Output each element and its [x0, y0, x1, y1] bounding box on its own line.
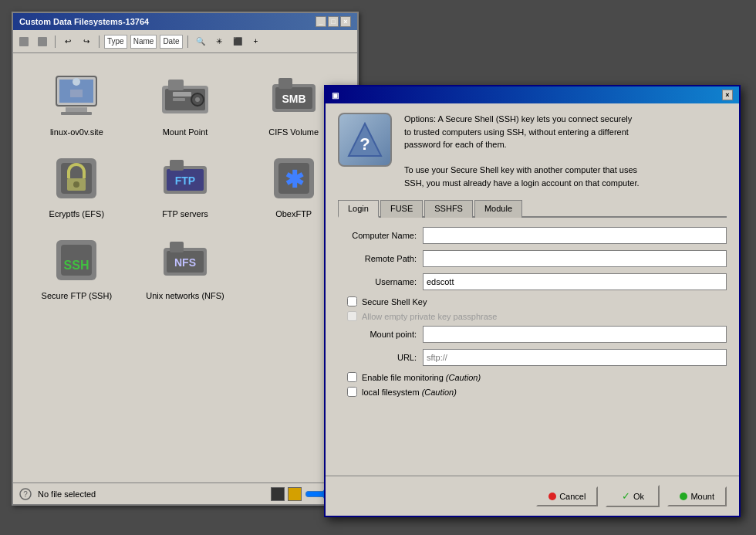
smb-icon: SMB	[268, 70, 320, 123]
mount-point-icon	[159, 70, 211, 123]
svg-rect-0	[19, 37, 29, 46]
tab-fuse[interactable]: FUSE	[380, 200, 423, 218]
username-row: Username: edscott	[338, 273, 727, 290]
remote-path-label: Remote Path:	[338, 254, 423, 263]
cancel-dot	[548, 493, 556, 500]
username-input[interactable]: edscott	[423, 273, 727, 290]
toolbar-forward-button[interactable]: ↪	[79, 34, 94, 49]
svg-text:?: ?	[23, 490, 28, 499]
dialog-header: ? Options: A Secure Shell (SSH) key lets…	[326, 103, 739, 198]
svg-rect-13	[173, 92, 191, 97]
cancel-label: Cancel	[559, 492, 586, 501]
svg-rect-4	[66, 107, 87, 112]
tab-sshfs[interactable]: SSHFS	[424, 200, 473, 218]
toolbar-type-label[interactable]: Type	[104, 35, 127, 49]
list-item[interactable]: FTP FTP servers	[134, 147, 237, 223]
ftp-icon: FTP	[159, 152, 211, 205]
dialog-titlebar: ▣ ×	[326, 86, 739, 103]
secure-shell-key-checkbox[interactable]	[347, 296, 357, 306]
dialog-tabs: Login FUSE SSHFS Module	[338, 198, 727, 218]
toolbar-search-button[interactable]: 🔍	[193, 34, 208, 49]
local-filesystem-row: local filesystem (Caution)	[347, 387, 727, 397]
mount-button[interactable]: Mount	[667, 486, 727, 506]
toolbar-btn-1[interactable]	[16, 34, 32, 49]
mount-point-row: Mount point:	[338, 326, 727, 343]
svg-rect-7	[70, 90, 83, 97]
ok-button[interactable]: ✓ Ok	[606, 485, 660, 507]
svg-text:SMB: SMB	[282, 93, 305, 105]
bluetooth-icon: ✱	[268, 152, 320, 205]
statusbar-btn-2[interactable]	[288, 487, 302, 501]
secure-shell-key-label: Secure Shell Key	[362, 297, 427, 306]
toolbar-back-button[interactable]: ↩	[60, 34, 76, 49]
close-button[interactable]: ×	[340, 16, 351, 27]
toolbar-btn-2[interactable]	[35, 34, 50, 49]
mount-point-label: Mount point:	[338, 330, 423, 339]
toolbar-add-button[interactable]: +	[248, 34, 264, 49]
mount-dot	[680, 493, 687, 500]
enable-monitoring-label: Enable file monitoring (Caution)	[362, 373, 481, 382]
svg-rect-1	[38, 37, 47, 46]
cancel-button[interactable]: Cancel	[536, 486, 598, 506]
lock-icon	[50, 152, 103, 205]
computer-name-input[interactable]	[423, 227, 727, 244]
svg-text:✱: ✱	[284, 167, 303, 192]
username-label: Username:	[338, 277, 423, 286]
enable-monitoring-checkbox[interactable]	[347, 372, 357, 382]
toolbar-date-label[interactable]: Date	[160, 35, 182, 49]
fs-item-label: ObexFTP	[275, 209, 312, 218]
enable-monitoring-row: Enable file monitoring (Caution)	[347, 372, 727, 382]
list-item[interactable]: linux-ov0v.site	[25, 66, 128, 141]
svg-rect-26	[170, 160, 184, 171]
toolbar-sep-1	[55, 36, 56, 48]
statusbar-btn-1[interactable]	[271, 487, 285, 501]
svg-point-12	[195, 97, 200, 102]
nfs-icon: NFS	[159, 234, 211, 286]
svg-rect-36	[170, 242, 184, 252]
list-item[interactable]: NFS Unix networks (NFS)	[134, 229, 237, 305]
svg-text:SSH: SSH	[64, 259, 89, 272]
svg-text:FTP: FTP	[175, 174, 195, 187]
allow-empty-label: Allow empty private key passphrase	[362, 312, 497, 321]
toolbar-star-button[interactable]: ✳	[211, 34, 227, 49]
statusbar-icon: ?	[19, 488, 32, 500]
toolbar-sep-3	[187, 36, 188, 48]
list-item[interactable]: Mount Point	[134, 66, 237, 141]
computer-icon	[50, 70, 103, 123]
computer-name-label: Computer Name:	[338, 231, 423, 240]
dialog-icon: ?	[338, 113, 392, 167]
dialog-desc-line2: to trusted computers using SSH, without …	[404, 127, 629, 137]
dialog-footer: Cancel ✓ Ok Mount	[326, 476, 739, 516]
ssh-icon: SSH	[50, 234, 103, 286]
allow-empty-row: Allow empty private key passphrase	[347, 311, 727, 321]
svg-rect-14	[173, 98, 185, 101]
svg-text:NFS: NFS	[174, 256, 196, 269]
url-input[interactable]	[423, 349, 727, 366]
remote-path-input[interactable]	[423, 250, 727, 267]
dialog-body: Login FUSE SSHFS Module Computer Name: R…	[326, 198, 739, 414]
statusbar-text: No file selected	[38, 489, 96, 499]
ok-icon: ✓	[622, 490, 630, 502]
local-filesystem-label: local filesystem (Caution)	[362, 388, 457, 397]
tab-login[interactable]: Login	[338, 200, 379, 218]
toolbar-more-button[interactable]: ⬛	[230, 34, 245, 49]
tab-module[interactable]: Module	[474, 200, 522, 218]
dialog-close-button[interactable]: ×	[722, 90, 733, 100]
maximize-button[interactable]: □	[328, 16, 339, 27]
mount-point-input[interactable]	[423, 326, 727, 343]
bg-window: Custom Data Filesystems-13764 _ □ × ↩ ↪ …	[12, 12, 359, 506]
list-item[interactable]: Ecryptfs (EFS)	[25, 147, 128, 223]
statusbar: ? No file selected	[13, 483, 357, 504]
svg-point-6	[73, 78, 80, 86]
local-filesystem-checkbox[interactable]	[347, 387, 357, 397]
toolbar-name-label[interactable]: Name	[130, 35, 157, 49]
list-item[interactable]: SSH Secure FTP (SSH)	[25, 229, 128, 305]
minimize-button[interactable]: _	[316, 16, 326, 27]
mount-label: Mount	[690, 492, 714, 501]
svg-rect-10	[168, 80, 184, 90]
dialog-description: Options: A Secure Shell (SSH) key lets y…	[404, 113, 640, 189]
fs-item-label: CIFS Volume	[268, 127, 319, 137]
allow-empty-checkbox[interactable]	[347, 311, 357, 321]
bg-window-title: Custom Data Filesystems-13764	[19, 17, 149, 26]
fs-item-label: Unix networks (NFS)	[146, 291, 224, 300]
